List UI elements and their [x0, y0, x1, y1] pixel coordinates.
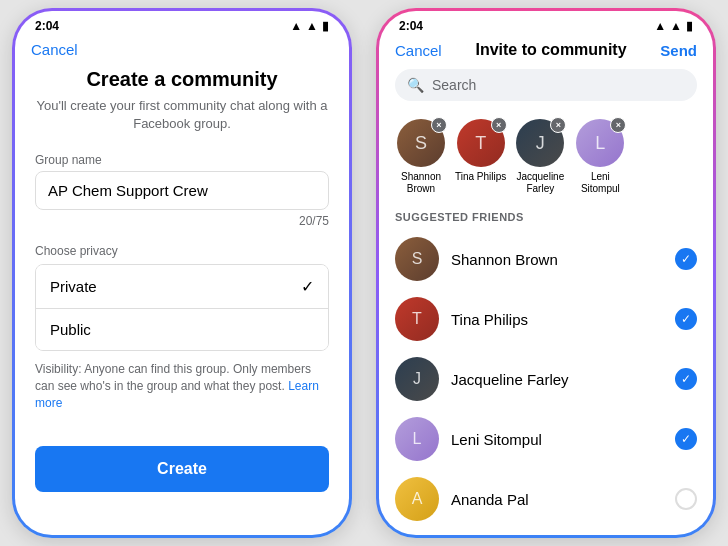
remove-selected-icon[interactable]: × — [431, 117, 447, 133]
search-icon: 🔍 — [407, 77, 424, 93]
page-subtitle: You'll create your first community chat … — [35, 97, 329, 133]
friend-checked-icon[interactable]: ✓ — [675, 308, 697, 330]
friend-avatar: S — [395, 237, 439, 281]
right-status-bar: 2:04 ▲ ▲ ▮ — [379, 11, 713, 37]
wifi-icon: ▲ — [306, 19, 318, 33]
friend-checked-icon[interactable]: ✓ — [675, 368, 697, 390]
selected-avatar-item[interactable]: L×Leni Sitompul — [574, 119, 626, 195]
selected-avatar-name: Tina Philips — [455, 171, 506, 183]
public-label: Public — [50, 321, 91, 338]
friend-list-item[interactable]: SShannon Brown✓ — [379, 229, 713, 289]
group-name-input[interactable]: AP Chem Support Crew — [35, 171, 329, 210]
friend-avatar: J — [395, 357, 439, 401]
remove-selected-icon[interactable]: × — [610, 117, 626, 133]
group-name-label: Group name — [35, 153, 329, 167]
friend-list-item[interactable]: AAnanda Pal — [379, 469, 713, 529]
right-nav-title: Invite to community — [475, 41, 626, 59]
friend-name: Tina Philips — [451, 311, 663, 328]
right-battery-icon: ▮ — [686, 19, 693, 33]
selected-avatars-row: S×Shannon BrownT×Tina PhilipsJ×Jacquelin… — [379, 111, 713, 205]
friend-checked-icon[interactable]: ✓ — [675, 248, 697, 270]
left-status-bar: 2:04 ▲ ▲ ▮ — [15, 11, 349, 37]
friend-avatar: M — [395, 537, 439, 538]
left-cancel-button[interactable]: Cancel — [31, 41, 78, 58]
selected-avatar-name: Jacqueline Farley — [514, 171, 566, 195]
right-cancel-button[interactable]: Cancel — [395, 42, 442, 59]
remove-selected-icon[interactable]: × — [491, 117, 507, 133]
suggested-friends-header: SUGGESTED FRIENDS — [379, 205, 713, 229]
selected-avatar-name: Leni Sitompul — [574, 171, 626, 195]
friend-name: Jacqueline Farley — [451, 371, 663, 388]
friend-name: Shannon Brown — [451, 251, 663, 268]
left-time: 2:04 — [35, 19, 59, 33]
right-status-icons: ▲ ▲ ▮ — [654, 19, 693, 33]
privacy-label: Choose privacy — [35, 244, 329, 258]
left-phone: 2:04 ▲ ▲ ▮ Cancel Create a community You… — [12, 8, 352, 538]
selected-avatar-name: Shannon Brown — [395, 171, 447, 195]
right-phone-wrapper: 2:04 ▲ ▲ ▮ Cancel Invite to community Se… — [364, 0, 728, 546]
left-phone-wrapper: 2:04 ▲ ▲ ▮ Cancel Create a community You… — [0, 0, 364, 546]
visibility-text: Visibility: Anyone can find this group. … — [35, 361, 329, 411]
friend-avatar: L — [395, 417, 439, 461]
page-title: Create a community — [35, 68, 329, 91]
friend-avatar: A — [395, 477, 439, 521]
right-phone: 2:04 ▲ ▲ ▮ Cancel Invite to community Se… — [376, 8, 716, 538]
privacy-option-public[interactable]: Public — [36, 309, 328, 350]
privacy-options: Private ✓ Public — [35, 264, 329, 351]
signal-icon: ▲ — [290, 19, 302, 33]
left-status-icons: ▲ ▲ ▮ — [290, 19, 329, 33]
send-button[interactable]: Send — [660, 42, 697, 59]
battery-icon: ▮ — [322, 19, 329, 33]
friend-list-item[interactable]: JJacqueline Farley✓ — [379, 349, 713, 409]
left-nav-bar: Cancel — [15, 37, 349, 68]
search-bar[interactable]: 🔍 Search — [395, 69, 697, 101]
friend-list-item[interactable]: TTina Philips✓ — [379, 289, 713, 349]
selected-avatar-item[interactable]: S×Shannon Brown — [395, 119, 447, 195]
selected-avatar-item[interactable]: J×Jacqueline Farley — [514, 119, 566, 195]
privacy-option-private[interactable]: Private ✓ — [36, 265, 328, 309]
friend-list: SShannon Brown✓TTina Philips✓JJacqueline… — [379, 229, 713, 538]
friend-name: Ananda Pal — [451, 491, 663, 508]
friend-name: Leni Sitompul — [451, 431, 663, 448]
remove-selected-icon[interactable]: × — [550, 117, 566, 133]
private-checkmark: ✓ — [301, 277, 314, 296]
selected-avatar-item[interactable]: T×Tina Philips — [455, 119, 506, 195]
friend-list-item[interactable]: LLeni Sitompul✓ — [379, 409, 713, 469]
friend-list-item[interactable]: MMohammad Hosseini — [379, 529, 713, 538]
friend-checked-icon[interactable]: ✓ — [675, 428, 697, 450]
search-placeholder-text: Search — [432, 77, 476, 93]
friend-unchecked-icon[interactable] — [675, 488, 697, 510]
left-page-content: Create a community You'll create your fi… — [15, 68, 349, 492]
right-wifi-icon: ▲ — [670, 19, 682, 33]
private-label: Private — [50, 278, 97, 295]
create-button[interactable]: Create — [35, 446, 329, 492]
char-count: 20/75 — [35, 214, 329, 228]
right-time: 2:04 — [399, 19, 423, 33]
friend-avatar: T — [395, 297, 439, 341]
right-signal-icon: ▲ — [654, 19, 666, 33]
right-nav-bar: Cancel Invite to community Send — [379, 37, 713, 69]
